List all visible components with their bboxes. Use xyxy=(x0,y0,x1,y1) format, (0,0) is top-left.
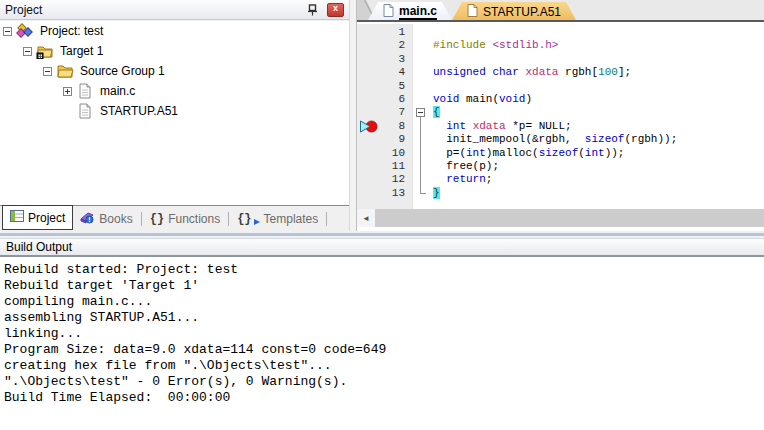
document-icon xyxy=(467,4,478,20)
books-icon xyxy=(80,211,95,227)
tab-separator xyxy=(228,212,229,226)
expander-minus-icon[interactable] xyxy=(23,47,32,56)
pin-icon[interactable] xyxy=(305,3,319,17)
line-number: 12 xyxy=(357,173,412,186)
expander-minus-icon[interactable] xyxy=(43,67,52,76)
file-icon xyxy=(76,83,94,99)
project-tree[interactable]: Project: testTarget 1Source Group 1main.… xyxy=(0,21,349,205)
code-line: p=(int)malloc(sizeof(int)); xyxy=(433,147,764,160)
fold-guide-line xyxy=(420,117,421,193)
vertical-splitter[interactable] xyxy=(349,0,357,231)
tree-item-project-test[interactable]: Project: test xyxy=(0,21,349,41)
build-log-line: Build Time Elapsed: 00:00:00 xyxy=(4,390,764,406)
templates-icon: {} xyxy=(237,212,251,226)
editor-tab-main-c[interactable]: main.c xyxy=(367,2,453,22)
build-log-line: Rebuild started: Project: test xyxy=(4,262,764,278)
build-log-line: assembling STARTUP.A51... xyxy=(4,310,764,326)
code-line xyxy=(433,80,764,93)
tree-item-label: STARTUP.A51 xyxy=(98,103,180,119)
fold-collapse-icon[interactable] xyxy=(416,108,425,117)
editor-tab-startup-a51[interactable]: STARTUP.A51 xyxy=(451,2,577,22)
scrollbar-thumb[interactable] xyxy=(375,209,764,227)
file-icon xyxy=(76,103,94,119)
tree-item-label: Project: test xyxy=(38,23,105,39)
code-line: return; xyxy=(433,173,764,186)
project-icon xyxy=(16,23,34,39)
code-line: void main(void) xyxy=(433,93,764,106)
tab-project-label: Project xyxy=(28,211,65,225)
horizontal-scrollbar[interactable] xyxy=(357,209,764,227)
code-line: int xdata *p= NULL; xyxy=(433,120,764,133)
code-line: } xyxy=(433,187,764,200)
build-log-line: Program Size: data=9.0 xdata=114 const=0… xyxy=(4,342,764,358)
build-output-panel: Build Output Rebuild started: Project: t… xyxy=(0,238,764,430)
project-table-icon xyxy=(10,210,24,225)
document-icon xyxy=(383,4,394,20)
close-icon[interactable] xyxy=(327,3,344,17)
build-log-line: compiling main.c... xyxy=(4,294,764,310)
tree-item-startup-a51[interactable]: STARTUP.A51 xyxy=(0,101,349,121)
code-line xyxy=(433,26,764,39)
project-panel-title: Project xyxy=(5,3,305,17)
line-number: 13 xyxy=(357,187,412,200)
tab-templates-label: Templates xyxy=(264,212,319,226)
editor-tab-bar: main.c STARTUP.A51 xyxy=(357,0,764,22)
code-line: #include <stdlib.h> xyxy=(433,39,764,52)
current-statement-marker-icon xyxy=(358,119,379,132)
tree-item-main-c[interactable]: main.c xyxy=(0,81,349,101)
tab-project[interactable]: Project xyxy=(2,205,73,230)
code-line: free(p); xyxy=(433,160,764,173)
target-icon xyxy=(36,43,54,59)
tree-item-source-group-1[interactable]: Source Group 1 xyxy=(0,61,349,81)
code-line: init_mempool(&rgbh, sizeof(rgbh)); xyxy=(433,133,764,146)
code-line: { xyxy=(433,106,764,119)
build-output-title: Build Output xyxy=(6,240,72,254)
code-line xyxy=(433,53,764,66)
tab-books[interactable]: Books xyxy=(73,208,139,230)
line-number: 11 xyxy=(357,160,412,173)
tab-separator xyxy=(326,212,327,226)
scroll-left-arrow-icon[interactable] xyxy=(357,209,375,227)
line-number-gutter: 12345678910111213 xyxy=(357,24,413,209)
tree-item-label: main.c xyxy=(98,83,137,99)
build-output-header: Build Output xyxy=(0,238,764,257)
build-log-line: ".\Objects\test" - 0 Error(s), 0 Warning… xyxy=(4,374,764,390)
tree-item-label: Source Group 1 xyxy=(78,63,167,79)
line-number: 4 xyxy=(357,66,412,79)
project-panel: Project Project: testTarget 1Source Grou… xyxy=(0,0,349,231)
expander-plus-icon[interactable] xyxy=(63,87,72,96)
fold-margin xyxy=(413,24,429,209)
fold-guide-corner xyxy=(420,193,426,194)
line-number: 9 xyxy=(357,133,412,146)
tab-functions[interactable]: {} Functions xyxy=(143,208,227,230)
build-log-line: creating hex file from ".\Objects\test".… xyxy=(4,358,764,374)
panel-tab-bar: Project Books {} Functions {} Templa xyxy=(0,205,349,231)
tree-item-target-1[interactable]: Target 1 xyxy=(0,41,349,61)
line-number: 6 xyxy=(357,93,412,106)
line-number: 7 xyxy=(357,106,412,119)
line-number: 1 xyxy=(357,26,412,39)
build-output-log[interactable]: Rebuild started: Project: testRebuild ta… xyxy=(0,260,764,430)
code-editor: main.c STARTUP.A51 12345678910111213 #in… xyxy=(357,0,764,231)
line-number: 3 xyxy=(357,53,412,66)
line-number: 5 xyxy=(357,80,412,93)
code-text[interactable]: #include <stdlib.h>unsigned char xdata r… xyxy=(429,24,764,209)
tab-templates[interactable]: {} Templates xyxy=(230,208,325,230)
project-panel-header: Project xyxy=(0,0,349,20)
keil-uvision-window: { "project_panel": { "title": "Project",… xyxy=(0,0,764,430)
templates-arrow-icon xyxy=(254,219,260,225)
functions-icon: {} xyxy=(150,212,164,226)
code-area: 12345678910111213 #include <stdlib.h>uns… xyxy=(357,24,764,209)
tab-books-label: Books xyxy=(99,212,132,226)
tab-functions-label: Functions xyxy=(168,212,220,226)
build-log-line: Rebuild target 'Target 1' xyxy=(4,278,764,294)
expander-minus-icon[interactable] xyxy=(3,27,12,36)
build-log-line: linking... xyxy=(4,326,764,342)
tree-item-label: Target 1 xyxy=(58,43,105,59)
editor-tab-label: main.c xyxy=(399,4,437,20)
editor-tab-label: STARTUP.A51 xyxy=(483,5,561,19)
line-number: 10 xyxy=(357,147,412,160)
panel-divider[interactable] xyxy=(0,233,764,236)
folder-icon xyxy=(56,63,74,79)
line-number: 2 xyxy=(357,39,412,52)
